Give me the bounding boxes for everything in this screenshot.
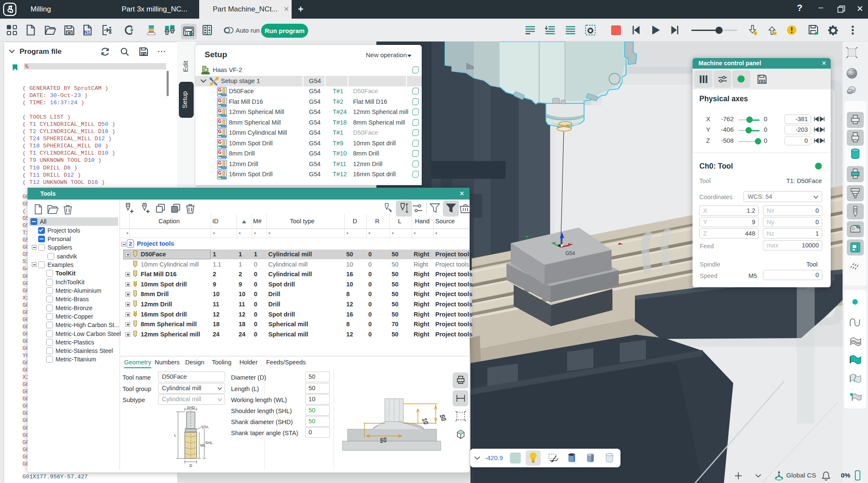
svg-text:N1: N1 [84, 30, 90, 35]
svg-text:STA: STA [201, 425, 209, 429]
svg-text:SHL: SHL [205, 441, 213, 445]
svg-text:10: 10 [421, 417, 430, 425]
svg-text:!: ! [774, 32, 775, 35]
svg-text:SHD: SHD [187, 406, 195, 410]
svg-text:L: L [174, 433, 176, 437]
svg-text:G54: G54 [565, 250, 575, 256]
svg-text:!: ! [755, 32, 756, 35]
svg-text:D: D [189, 464, 192, 468]
svg-text:50: 50 [439, 414, 448, 422]
